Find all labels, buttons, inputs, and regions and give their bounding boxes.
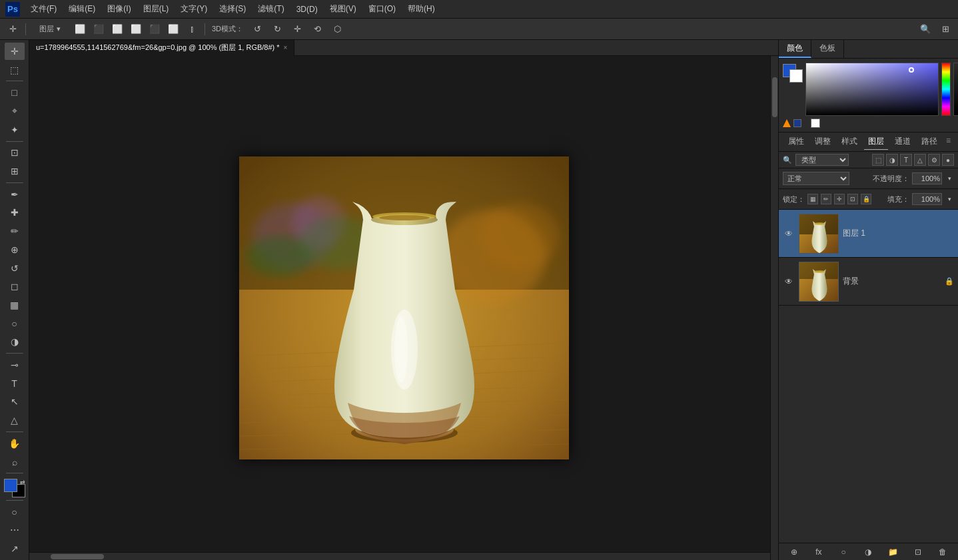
- tab-color[interactable]: 颜色: [779, 40, 811, 58]
- document-tab[interactable]: u=1789964555,1141562769&fm=26&gp=0.jpg @…: [29, 40, 294, 56]
- menu-window[interactable]: 窗口(O): [363, 2, 401, 16]
- h-scrollbar-thumb[interactable]: [51, 554, 104, 559]
- tool-brush[interactable]: ✏: [5, 222, 25, 240]
- fill-dropdown-btn[interactable]: ▾: [945, 191, 954, 207]
- opacity-dropdown-btn[interactable]: ▾: [945, 170, 954, 186]
- filter-shape-btn[interactable]: △: [914, 154, 926, 166]
- tool-marquee[interactable]: □: [5, 84, 25, 101]
- tool-artboard[interactable]: ⬚: [5, 61, 25, 79]
- menu-layer[interactable]: 图层(L): [138, 2, 175, 16]
- v-scrollbar-thumb[interactable]: [772, 77, 777, 117]
- tool-quickmask[interactable]: ○: [5, 503, 25, 521]
- fill-input[interactable]: [912, 193, 942, 205]
- tool-eraser[interactable]: ◻: [5, 278, 25, 295]
- tb-3d-5[interactable]: ⬡: [328, 21, 346, 37]
- warning-swatch[interactable]: [793, 119, 801, 127]
- menu-text[interactable]: 文字(Y): [175, 2, 213, 16]
- tb-align-bottom[interactable]: ⬜: [165, 21, 182, 37]
- filter-text-btn[interactable]: T: [900, 154, 912, 166]
- canvas-viewport[interactable]: [29, 56, 778, 560]
- lock-checkerboard-btn[interactable]: ▦: [807, 194, 818, 204]
- layer-dropdown-btn[interactable]: 图层 ▾: [30, 21, 70, 37]
- tb-3d-4[interactable]: ⟲: [308, 21, 326, 37]
- tool-shape[interactable]: △: [5, 412, 25, 429]
- tool-pen[interactable]: ⊸: [5, 356, 25, 374]
- menu-3d[interactable]: 3D(D): [291, 3, 323, 15]
- tab-close-btn[interactable]: ×: [284, 44, 288, 51]
- layer-bg-visibility[interactable]: 👁: [783, 276, 795, 288]
- blend-mode-select[interactable]: 正常 溶解 变暗: [783, 172, 849, 185]
- lock-all-btn[interactable]: 🔒: [861, 194, 871, 204]
- tb-align-left[interactable]: ⬜: [71, 21, 89, 37]
- panel-tab-styles[interactable]: 样式: [837, 134, 861, 150]
- workspace-btn[interactable]: ⊞: [937, 21, 954, 37]
- lock-artboard-btn[interactable]: ⊡: [847, 194, 858, 204]
- tool-eyedropper[interactable]: ✒: [5, 186, 25, 203]
- add-adjustment-btn[interactable]: ◑: [861, 545, 875, 559]
- menu-select[interactable]: 选择(S): [214, 2, 251, 16]
- tool-more[interactable]: ⋯: [5, 522, 25, 539]
- menu-filter[interactable]: 滤镜(T): [252, 2, 289, 16]
- lock-brush-btn[interactable]: ✏: [821, 194, 831, 204]
- tb-3d-2[interactable]: ↻: [268, 21, 286, 37]
- tool-dodge[interactable]: ◑: [5, 334, 25, 351]
- menu-view[interactable]: 视图(V): [324, 2, 362, 16]
- tool-path-select[interactable]: ↖: [5, 394, 25, 411]
- layer-item-background[interactable]: 👁: [779, 258, 958, 306]
- tb-align-center-h[interactable]: ⬛: [146, 21, 163, 37]
- panel-tab-properties[interactable]: 属性: [784, 134, 808, 150]
- tool-stamp[interactable]: ⊕: [5, 241, 25, 258]
- color-swatches[interactable]: ⇄: [4, 479, 25, 497]
- tool-measure[interactable]: ⊞: [5, 162, 25, 180]
- tb-align-right[interactable]: ⬜: [109, 21, 126, 37]
- tool-blur[interactable]: ○: [5, 315, 25, 332]
- tool-zoom[interactable]: ⌕: [5, 453, 25, 471]
- menu-file[interactable]: 文件(F): [25, 2, 62, 16]
- tool-lasso[interactable]: ⌖: [5, 103, 25, 120]
- menu-help[interactable]: 帮助(H): [402, 2, 440, 16]
- delete-layer-btn[interactable]: 🗑: [935, 545, 950, 559]
- tool-text[interactable]: T: [5, 375, 25, 392]
- tb-3d-1[interactable]: ↺: [248, 21, 266, 37]
- menu-image[interactable]: 图像(I): [102, 2, 136, 16]
- tool-history-brush[interactable]: ↺: [5, 260, 25, 277]
- add-fx-btn[interactable]: fx: [811, 545, 826, 559]
- tool-wand[interactable]: ✦: [5, 121, 25, 139]
- tool-heal[interactable]: ✚: [5, 204, 25, 222]
- tb-3d-3[interactable]: ✛: [288, 21, 306, 37]
- tb-align-center-v[interactable]: ⬛: [90, 21, 107, 37]
- layer-type-filter[interactable]: 类型 名称 效果: [795, 154, 849, 166]
- tb-align-top[interactable]: ⬜: [127, 21, 145, 37]
- foreground-color[interactable]: [4, 479, 17, 492]
- add-mask-btn[interactable]: ○: [836, 545, 851, 559]
- add-link-btn[interactable]: ⊕: [787, 545, 801, 559]
- tab-swatches[interactable]: 色板: [811, 40, 844, 58]
- web-swatch[interactable]: [811, 119, 820, 128]
- filter-adjust-btn[interactable]: ◑: [886, 154, 898, 166]
- panel-tab-layers[interactable]: 图层: [864, 134, 888, 150]
- panel-tab-adjustments[interactable]: 调整: [811, 134, 835, 150]
- bg-swatch[interactable]: [789, 69, 803, 83]
- search-btn[interactable]: 🔍: [917, 21, 934, 37]
- panel-tab-channels[interactable]: 通道: [891, 134, 915, 150]
- tool-crop[interactable]: ⊡: [5, 144, 25, 161]
- filter-toggle-btn[interactable]: ●: [942, 154, 954, 166]
- horizontal-scrollbar[interactable]: [29, 552, 770, 560]
- layer-1-visibility[interactable]: 👁: [783, 228, 795, 240]
- swap-colors-btn[interactable]: ⇄: [20, 479, 25, 485]
- tool-extra[interactable]: ↗: [5, 540, 25, 557]
- color-spectrum[interactable]: [805, 63, 939, 116]
- add-new-layer-btn[interactable]: ⊡: [911, 545, 925, 559]
- tool-move[interactable]: ✛: [5, 43, 25, 60]
- vertical-scrollbar[interactable]: [770, 56, 778, 560]
- move-tool-btn[interactable]: ✛: [4, 21, 21, 37]
- filter-pixel-btn[interactable]: ⬚: [872, 154, 884, 166]
- add-group-btn[interactable]: 📁: [886, 545, 901, 559]
- panel-tab-paths[interactable]: 路径: [917, 134, 941, 150]
- alpha-bar[interactable]: [953, 63, 958, 116]
- opacity-input[interactable]: [912, 172, 942, 184]
- lock-move-btn[interactable]: ✛: [834, 194, 845, 204]
- hue-bar[interactable]: [941, 63, 951, 116]
- tb-distribute[interactable]: ⫿: [183, 21, 201, 37]
- filter-smart-btn[interactable]: ⚙: [928, 154, 940, 166]
